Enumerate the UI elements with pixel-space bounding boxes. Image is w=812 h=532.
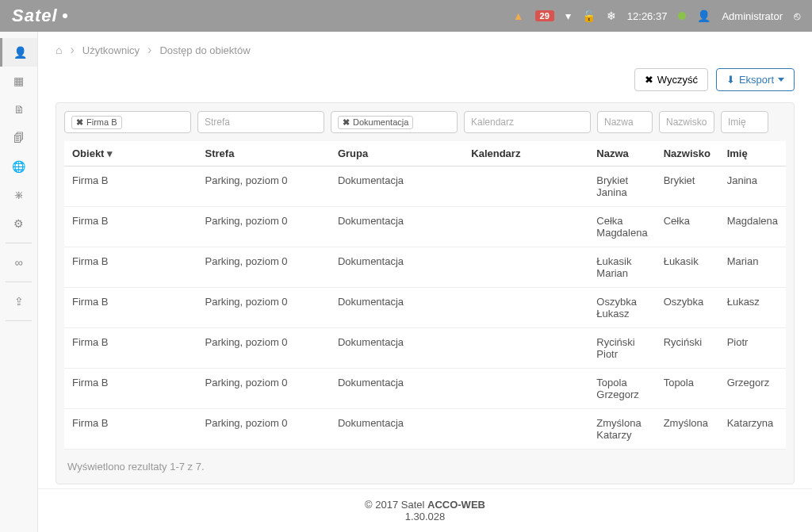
cell-nazwa: Cełka Magdalena (588, 207, 655, 247)
filter-nazwa[interactable] (597, 111, 653, 133)
cell-nazwisko: Ryciński (656, 328, 719, 369)
clear-button[interactable]: ✖ Wyczyść (634, 68, 708, 91)
col-nazwisko[interactable]: Nazwisko (656, 141, 719, 166)
filter-nazwisko[interactable] (659, 111, 714, 133)
cell-strefa: Parking, poziom 0 (197, 369, 330, 409)
caret-down-icon[interactable]: ▾ (565, 10, 571, 21)
cell-grupa: Dokumentacja (330, 166, 463, 207)
cell-strefa: Parking, poziom 0 (197, 328, 330, 369)
sidebar-item-link[interactable]: ∞ (0, 248, 37, 277)
cell-nazwisko: Cełka (656, 207, 719, 247)
cell-grupa: Dokumentacja (330, 369, 463, 409)
sidebar-item-globe[interactable]: 🌐 (0, 152, 37, 181)
results-info: Wyświetlono rezultaty 1-7 z 7. (64, 450, 786, 476)
clear-button-label: Wyczyść (657, 74, 698, 86)
cell-kalendarz (463, 207, 588, 247)
sidebar-item-users[interactable]: 👤 (0, 38, 37, 67)
export-button[interactable]: ⬇ Eksport (716, 68, 795, 91)
table-row[interactable]: Firma BParking, poziom 0DokumentacjaZmyś… (64, 409, 786, 450)
cell-obiekt: Firma B (64, 409, 197, 450)
col-imie[interactable]: Imię (719, 141, 786, 166)
brand-logo: Satel (12, 6, 67, 26)
footer-version: 1.30.028 (405, 511, 446, 522)
sidebar-item-upload[interactable]: ⇪ (0, 287, 37, 316)
col-strefa[interactable]: Strefa (197, 141, 330, 166)
sidebar-item-settings[interactable]: ⚙ (0, 209, 37, 238)
filter-kalendarz[interactable] (464, 111, 591, 133)
gear-icon: ⚙ (13, 218, 24, 229)
col-grupa[interactable]: Grupa (330, 141, 463, 166)
close-icon: ✖ (645, 74, 653, 86)
filter-imie-input[interactable] (728, 117, 761, 128)
alerts-badge[interactable]: 29 (535, 10, 554, 21)
sidebar: 👤 ▦ 🗎 🗐 🌐 ⛯ ⚙ ∞ ⇪ (0, 32, 38, 532)
remove-tag-icon[interactable]: ✖ (343, 117, 350, 128)
unlock-icon[interactable]: 🔓 (582, 10, 596, 21)
breadcrumb-level1[interactable]: Użytkownicy (82, 44, 140, 56)
sidebar-item-document[interactable]: 🗎 (0, 95, 37, 124)
cell-imie: Marian (719, 247, 786, 288)
sidebar-item-files[interactable]: 🗐 (0, 124, 37, 152)
topbar: Satel ▲ 29 ▾ 🔓 ❄ 12:26:37 👤 Administrato… (0, 0, 812, 32)
table-row[interactable]: Firma BParking, poziom 0DokumentacjaRyci… (64, 328, 786, 369)
table-row[interactable]: Firma BParking, poziom 0DokumentacjaŁuka… (64, 247, 786, 288)
filter-obiekt-tag: Firma B (86, 117, 117, 127)
filter-grupa[interactable]: ✖Dokumentacja (331, 111, 458, 133)
snowflake-icon[interactable]: ❄ (607, 10, 616, 21)
sidebar-item-cogs[interactable]: ⛯ (0, 181, 37, 209)
warning-icon[interactable]: ▲ (513, 10, 524, 21)
col-kalendarz[interactable]: Kalendarz (463, 141, 588, 166)
filter-nazwisko-input[interactable] (666, 117, 707, 128)
globe-icon: 🌐 (12, 161, 25, 172)
cell-strefa: Parking, poziom 0 (197, 207, 330, 247)
filter-imie[interactable] (721, 111, 768, 133)
filter-kalendarz-input[interactable] (471, 117, 584, 128)
chevron-right-icon: › (70, 43, 74, 57)
cell-imie: Katarzyna (719, 409, 786, 450)
document-icon: 🗎 (13, 104, 25, 115)
filter-nazwa-input[interactable] (604, 117, 645, 128)
cell-kalendarz (463, 288, 588, 328)
brand-text: Satel (12, 6, 58, 26)
status-dot-icon (678, 12, 686, 20)
current-user-label[interactable]: Administrator (722, 10, 783, 22)
cell-nazwisko: Brykiet (656, 166, 719, 207)
col-obiekt[interactable]: Obiekt (64, 141, 197, 166)
cell-nazwa: Zmyślona Katarzy (588, 409, 655, 450)
col-nazwa[interactable]: Nazwa (588, 141, 655, 166)
table-row[interactable]: Firma BParking, poziom 0DokumentacjaTopo… (64, 369, 786, 409)
sidebar-item-calendar[interactable]: ▦ (0, 67, 37, 95)
home-icon[interactable]: ⌂ (56, 44, 62, 55)
clock-time: 12:26:37 (627, 10, 668, 22)
cell-nazwa: Ryciński Piotr (588, 328, 655, 369)
cell-nazwa: Oszybka Łukasz (588, 288, 655, 328)
cell-obiekt: Firma B (64, 328, 197, 369)
sidebar-separator-3 (6, 320, 32, 321)
footer-product: ACCO-WEB (427, 499, 485, 511)
cell-imie: Grzegorz (719, 369, 786, 409)
cell-kalendarz (463, 166, 588, 207)
remove-tag-icon[interactable]: ✖ (76, 117, 83, 128)
table-row[interactable]: Firma BParking, poziom 0DokumentacjaBryk… (64, 166, 786, 207)
table-row[interactable]: Firma BParking, poziom 0DokumentacjaCełk… (64, 207, 786, 247)
cell-strefa: Parking, poziom 0 (197, 166, 330, 207)
filter-row: ✖Firma B ✖Dokumentacja (64, 111, 786, 133)
breadcrumb: ⌂ › Użytkownicy › Dostęp do obiektów (56, 43, 795, 57)
table-row[interactable]: Firma BParking, poziom 0DokumentacjaOszy… (64, 288, 786, 328)
breadcrumb-level2[interactable]: Dostęp do obiektów (159, 44, 250, 56)
cell-obiekt: Firma B (64, 207, 197, 247)
footer-copyright: © 2017 Satel (365, 499, 427, 511)
cell-strefa: Parking, poziom 0 (197, 288, 330, 328)
filter-strefa-input[interactable] (205, 117, 317, 128)
cell-grupa: Dokumentacja (330, 288, 463, 328)
cell-nazwa: Brykiet Janina (588, 166, 655, 207)
logout-icon[interactable]: ⎋ (794, 10, 800, 21)
filter-obiekt[interactable]: ✖Firma B (64, 111, 191, 133)
filter-strefa[interactable] (197, 111, 324, 133)
chevron-right-icon: › (147, 43, 151, 57)
cell-kalendarz (463, 328, 588, 369)
cell-imie: Janina (719, 166, 786, 207)
cell-imie: Magdalena (719, 207, 786, 247)
files-icon: 🗐 (13, 132, 25, 144)
cell-nazwisko: Topola (656, 369, 719, 409)
